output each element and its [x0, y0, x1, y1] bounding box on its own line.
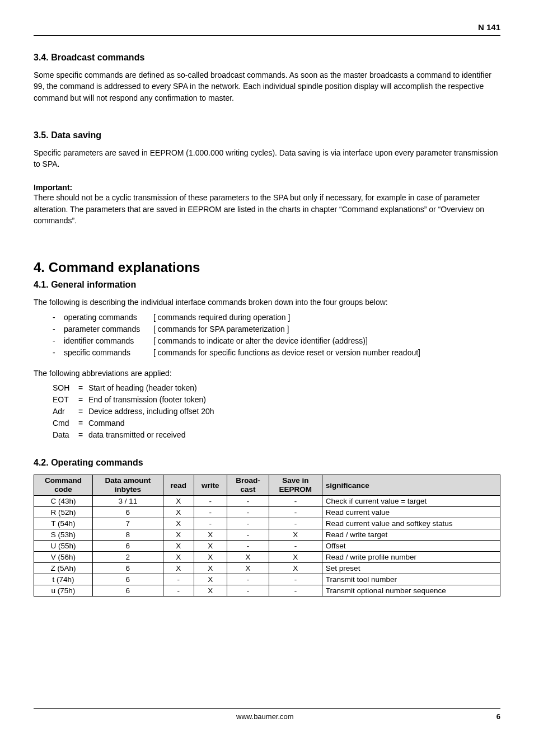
cell-save: -	[269, 574, 322, 585]
abbrev-desc: Start of heading (header token)	[86, 383, 197, 392]
group-list: operating commands[ commands required du…	[53, 312, 500, 359]
cell-bc: -	[227, 529, 269, 541]
cell-save: -	[269, 541, 322, 552]
abbrev-row: EOT= End of transmission (footer token)	[53, 394, 500, 406]
cell-data: 6	[92, 574, 163, 585]
page-header: N 141	[34, 22, 500, 36]
abbrev-intro: The following abbreviations are applied:	[34, 368, 500, 379]
cell-save: X	[269, 552, 322, 563]
cell-bc: X	[227, 563, 269, 574]
group-desc: [ commands to indicate or alter the devi…	[153, 336, 368, 345]
abbrev-row: SOH= Start of heading (header token)	[53, 382, 500, 394]
cell-save: -	[269, 518, 322, 529]
cell-code: U (55h)	[34, 541, 93, 552]
cell-code: V (56h)	[34, 552, 93, 563]
col-read: read	[163, 475, 194, 495]
group-item: parameter commands[ commands for SPA par…	[53, 323, 500, 335]
cell-sig: Read current value and softkey status	[322, 518, 500, 529]
col-broadcast: Broad- cast	[227, 475, 269, 495]
cell-sig: Set preset	[322, 563, 500, 574]
abbrev-desc: Device address, including offset 20h	[86, 407, 214, 416]
table-row: u (75h)6-X--Transmit optional number seq…	[34, 585, 500, 597]
cell-save: -	[269, 496, 322, 507]
cell-sig: Read current value	[322, 507, 500, 518]
group-item: specific commands[ commands for specific…	[53, 347, 500, 359]
cell-sig: Transmit optional number sequence	[322, 585, 500, 597]
page-footer: www.baumer.com 6	[34, 708, 500, 721]
cell-bc: -	[227, 518, 269, 529]
cell-read: X	[163, 496, 194, 507]
cell-write: -	[194, 496, 227, 507]
abbrev-key: Adr	[53, 406, 78, 417]
abbrev-eq: =	[78, 429, 86, 441]
abbrev-eq: =	[78, 406, 86, 417]
abbrev-row: Data= data transmitted or received	[53, 429, 500, 441]
table-row: t (74h)6-X--Transmit tool number	[34, 574, 500, 585]
cell-code: T (54h)	[34, 518, 93, 529]
cell-bc: -	[227, 574, 269, 585]
table-row: S (53h)8XX-XRead / write target	[34, 529, 500, 541]
cell-write: -	[194, 518, 227, 529]
cell-read: -	[163, 585, 194, 597]
table-row: T (54h)7X---Read current value and softk…	[34, 518, 500, 529]
cell-write: X	[194, 563, 227, 574]
cell-save: -	[269, 507, 322, 518]
cell-data: 6	[92, 563, 163, 574]
cell-data: 3 / 11	[92, 496, 163, 507]
cell-data: 6	[92, 507, 163, 518]
abbrev-desc: End of transmission (footer token)	[86, 395, 206, 404]
cell-read: X	[163, 552, 194, 563]
cell-sig: Read / write target	[322, 529, 500, 541]
cell-sig: Transmit tool number	[322, 574, 500, 585]
col-code: Command code	[34, 475, 93, 495]
body-3-4: Some specific commands are defined as so…	[34, 69, 500, 104]
doc-id: N 141	[478, 22, 500, 32]
cell-data: 8	[92, 529, 163, 541]
abbrev-eq: =	[78, 417, 86, 429]
col-save: Save in EEPROM	[269, 475, 322, 495]
heading-4: 4. Command explanations	[34, 260, 500, 275]
cell-data: 6	[92, 541, 163, 552]
abbrev-row: Adr= Device address, including offset 20…	[53, 406, 500, 417]
group-name: identifier commands	[64, 335, 153, 347]
cell-bc: -	[227, 496, 269, 507]
col-significance: significance	[322, 475, 500, 495]
abbrev-key: Cmd	[53, 417, 78, 429]
abbrev-desc: Command	[86, 419, 124, 428]
abbrev-key: SOH	[53, 382, 78, 394]
cell-data: 7	[92, 518, 163, 529]
table-header-row: Command code Data amount inbytes read wr…	[34, 475, 500, 495]
group-desc: [ commands for SPA parameterization ]	[153, 325, 289, 334]
cell-write: X	[194, 541, 227, 552]
abbrev-key: Data	[53, 429, 78, 441]
cell-bc: -	[227, 541, 269, 552]
heading-4-2: 4.2. Operating commands	[34, 458, 500, 468]
important-label: Important:	[34, 183, 500, 192]
group-name: parameter commands	[64, 323, 153, 335]
cell-read: X	[163, 507, 194, 518]
cell-read: X	[163, 541, 194, 552]
cell-write: X	[194, 574, 227, 585]
cell-save: X	[269, 563, 322, 574]
table-row: U (55h)6XX--Offset	[34, 541, 500, 552]
cell-bc: X	[227, 552, 269, 563]
heading-4-1: 4.1. General information	[34, 280, 500, 290]
footer-site: www.baumer.com	[34, 712, 496, 721]
body-3-5: Specific parameters are saved in EEPROM …	[34, 147, 500, 170]
cell-data: 2	[92, 552, 163, 563]
operating-commands-table: Command code Data amount inbytes read wr…	[34, 475, 500, 597]
cell-code: S (53h)	[34, 529, 93, 541]
cell-sig: Offset	[322, 541, 500, 552]
cell-code: t (74h)	[34, 574, 93, 585]
cell-sig: Read / write profile number	[322, 552, 500, 563]
table-row: Z (5Ah)6XXXXSet preset	[34, 563, 500, 574]
cell-write: X	[194, 585, 227, 597]
cell-save: -	[269, 585, 322, 597]
abbrev-desc: data transmitted or received	[86, 430, 185, 439]
abbrev-block: SOH= Start of heading (header token)EOT=…	[53, 382, 500, 441]
abbrev-eq: =	[78, 382, 86, 394]
group-desc: [ commands required during operation ]	[153, 313, 290, 322]
cell-write: X	[194, 552, 227, 563]
group-name: specific commands	[64, 347, 153, 359]
col-data: Data amount inbytes	[92, 475, 163, 495]
